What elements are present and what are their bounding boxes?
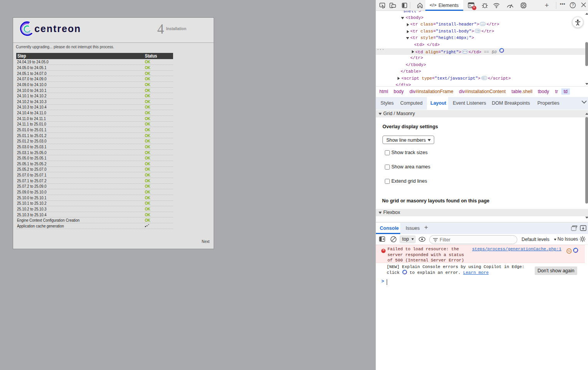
svg-text:?: ? (572, 3, 574, 7)
